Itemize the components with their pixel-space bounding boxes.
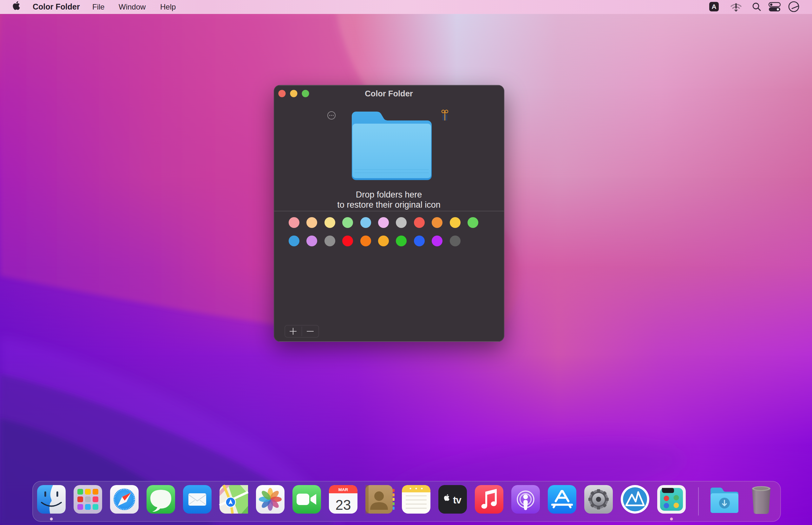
svg-text:to restore their original icon: to restore their original icon [337, 200, 441, 210]
svg-text:Color Folder: Color Folder [33, 2, 80, 11]
svg-text:MAR: MAR [338, 487, 348, 492]
svg-text:File: File [92, 2, 105, 11]
svg-text:tv: tv [453, 495, 461, 506]
svg-text:Window: Window [119, 2, 146, 11]
svg-text:Help: Help [160, 2, 176, 11]
svg-text:23: 23 [336, 497, 351, 513]
svg-text:Drop folders here: Drop folders here [356, 190, 422, 199]
svg-text:Color Folder: Color Folder [365, 89, 413, 98]
svg-text:A: A [711, 3, 716, 10]
